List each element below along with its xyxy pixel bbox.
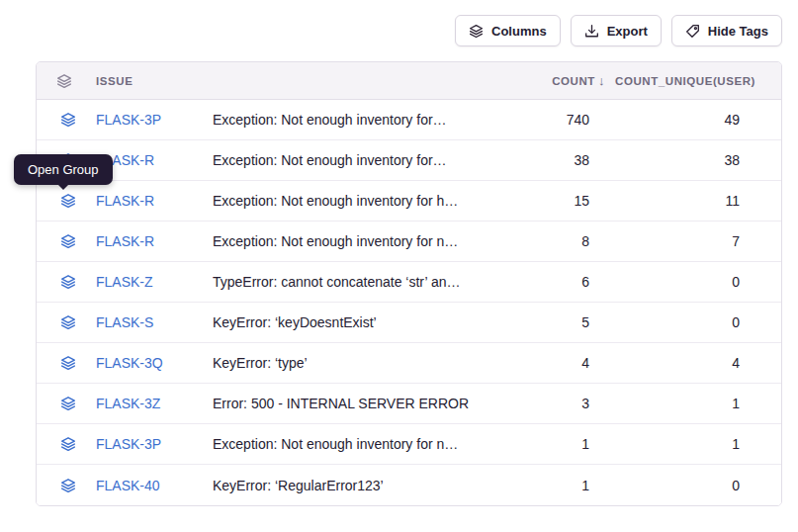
stack-icon	[60, 193, 76, 209]
issue-link[interactable]: FLASK-R	[96, 233, 213, 249]
open-group-button[interactable]	[56, 229, 80, 253]
columns-button[interactable]: Columns	[455, 15, 561, 46]
table-row: FLASK-Z TypeError: cannot concatenate ‘s…	[37, 262, 781, 303]
count-value: 8	[518, 233, 605, 249]
count-value: 1	[518, 436, 605, 452]
issue-link[interactable]: FLASK-R	[96, 193, 213, 209]
open-group-button[interactable]	[56, 474, 80, 497]
table-row: FLASK-40 KeyError: ‘RegularError123’ 1 0	[37, 465, 781, 505]
stack-icon	[60, 478, 76, 493]
table-body: FLASK-3P Exception: Not enough inventory…	[37, 100, 781, 505]
issue-link[interactable]: FLASK-3P	[96, 436, 213, 452]
issue-link[interactable]: FLASK-3Q	[96, 355, 213, 371]
issue-title: KeyError: ‘keyDoesntExist’	[213, 314, 518, 330]
count-unique-value: 1	[605, 396, 755, 411]
count-column-header-label: COUNT	[552, 75, 595, 87]
count-value: 4	[518, 355, 605, 371]
toolbar: Columns Export Hide Tags	[455, 15, 782, 46]
sort-desc-icon: ↓	[598, 74, 605, 87]
stack-icon	[60, 274, 76, 290]
stack-icon	[56, 73, 96, 89]
stack-icon	[60, 233, 76, 249]
count-unique-value: 49	[605, 112, 755, 128]
hide-tags-button-label: Hide Tags	[708, 24, 768, 39]
count-unique-value: 0	[605, 478, 755, 493]
open-group-button[interactable]	[56, 392, 80, 415]
stack-icon	[60, 112, 76, 128]
stack-icon	[60, 396, 76, 411]
issues-table-page: Columns Export Hide Tags	[0, 0, 798, 532]
count-unique-value: 0	[605, 274, 755, 290]
table-row: FLASK-S KeyError: ‘keyDoesntExist’ 5 0	[37, 303, 781, 343]
issue-title: KeyError: ‘RegularError123’	[213, 478, 518, 493]
issue-link[interactable]: FLASK-3P	[96, 112, 213, 128]
stack-icon	[60, 355, 76, 371]
count-unique-value: 0	[605, 314, 755, 330]
open-group-tooltip: Open Group	[14, 154, 113, 185]
table-header: ISSUE COUNT ↓ COUNT_UNIQUE(USER)	[37, 62, 781, 100]
export-button-label: Export	[607, 24, 648, 39]
issue-title: TypeError: cannot concatenate ‘str’ an…	[213, 274, 518, 290]
table-row: FLASK-3Q KeyError: ‘type’ 4 4	[37, 343, 781, 384]
issue-link[interactable]: FLASK-3Z	[96, 396, 213, 411]
count-column-header[interactable]: COUNT ↓	[518, 74, 605, 87]
tooltip-caret	[58, 185, 68, 190]
count-unique-value: 11	[605, 193, 755, 209]
open-group-button[interactable]	[56, 108, 80, 132]
issue-title: Error: 500 - INTERNAL SERVER ERROR	[213, 396, 518, 411]
open-group-button[interactable]	[56, 432, 80, 456]
table-row: FLASK-R Exception: Not enough inventory …	[37, 140, 781, 181]
count-value: 740	[518, 112, 605, 128]
issue-title: Exception: Not enough inventory for h…	[213, 193, 518, 209]
open-group-button[interactable]	[56, 310, 80, 334]
count-value: 1	[518, 478, 605, 493]
count-unique-value: 4	[605, 355, 755, 371]
issue-title: KeyError: ‘type’	[213, 355, 518, 371]
table-row: FLASK-R Exception: Not enough inventory …	[37, 181, 781, 222]
table-row: FLASK-R Exception: Not enough inventory …	[37, 222, 781, 262]
open-group-button[interactable]	[56, 351, 80, 375]
issue-column-header[interactable]: ISSUE	[96, 75, 213, 87]
issue-title: Exception: Not enough inventory for n…	[213, 233, 518, 249]
issue-link[interactable]: FLASK-Z	[96, 274, 213, 290]
issue-title: Exception: Not enough inventory for…	[213, 112, 518, 128]
issue-link[interactable]: FLASK-40	[96, 478, 213, 493]
count-unique-value: 1	[605, 436, 755, 452]
count-value: 5	[518, 314, 605, 330]
stack-icon	[60, 314, 76, 330]
columns-button-label: Columns	[491, 24, 547, 39]
tag-icon	[685, 24, 700, 39]
table-row: FLASK-3P Exception: Not enough inventory…	[37, 100, 781, 140]
issue-link[interactable]: FLASK-S	[96, 314, 213, 330]
export-button[interactable]: Export	[571, 15, 662, 46]
count-unique-value: 7	[605, 233, 755, 249]
table-row: FLASK-3Z Error: 500 - INTERNAL SERVER ER…	[37, 384, 781, 424]
stack-icon	[469, 24, 484, 39]
open-group-button[interactable]	[56, 189, 80, 213]
count-value: 38	[518, 152, 605, 168]
open-group-tooltip-label: Open Group	[28, 162, 99, 177]
open-group-button[interactable]	[56, 270, 80, 294]
issue-title: Exception: Not enough inventory for…	[213, 152, 518, 168]
issue-link[interactable]: FLASK-R	[96, 152, 213, 168]
count-unique-column-header[interactable]: COUNT_UNIQUE(USER)	[605, 75, 755, 87]
count-unique-value: 38	[605, 152, 755, 168]
table-row: FLASK-3P Exception: Not enough inventory…	[37, 424, 781, 465]
count-value: 15	[518, 193, 605, 209]
stack-icon	[60, 436, 76, 452]
count-value: 6	[518, 274, 605, 290]
count-value: 3	[518, 396, 605, 411]
download-icon	[584, 24, 599, 39]
hide-tags-button[interactable]: Hide Tags	[671, 15, 782, 46]
issues-table: ISSUE COUNT ↓ COUNT_UNIQUE(USER) FLASK-3…	[36, 61, 782, 506]
issue-title: Exception: Not enough inventory for n…	[213, 436, 518, 452]
